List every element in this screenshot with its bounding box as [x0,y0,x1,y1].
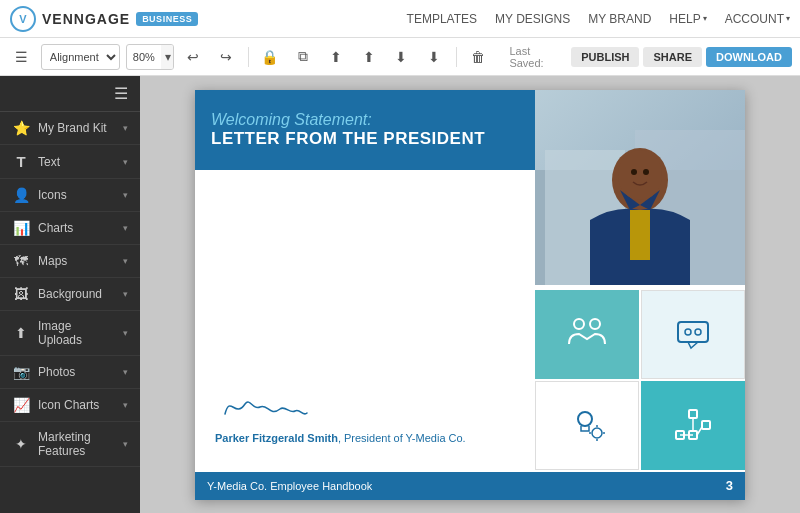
sidebar-item-icons[interactable]: 👤 Icons ▾ [0,179,140,212]
main-layout: ☰ ⭐ My Brand Kit ▾ T Text ▾ 👤 Icons ▾ 📊 … [0,76,800,513]
divider2 [456,47,457,67]
move-down-button[interactable]: ⬇ [388,43,415,71]
network-icon [673,405,713,445]
person-background [535,90,745,285]
nav-help[interactable]: HELP ▾ [669,12,706,26]
sidebar-item-photos[interactable]: 📷 Photos ▾ [0,356,140,389]
publish-button[interactable]: PUBLISH [571,47,639,67]
account-caret-icon: ▾ [786,14,790,23]
svg-rect-22 [702,421,710,429]
sidebar-item-image-uploads[interactable]: ⬆ Image Uploads ▾ [0,311,140,356]
sidebar-toggle-button[interactable]: ☰ [8,43,35,71]
canvas-area[interactable]: Welcoming Statement: LETTER FROM THE PRE… [140,76,800,513]
copy-button[interactable]: ⧉ [289,43,316,71]
photos-icon: 📷 [12,364,30,380]
zoom-down-icon[interactable]: ▾ [161,45,174,69]
svg-rect-20 [689,410,697,418]
last-saved-label: Last Saved: [509,45,565,69]
svg-point-13 [695,329,701,335]
toolbar-actions: PUBLISH SHARE DOWNLOAD [571,47,792,67]
sidebar-label-icons: Icons [38,188,115,202]
help-caret-icon: ▾ [703,14,707,23]
move-up-button[interactable]: ⬆ [322,43,349,71]
marketing-icon: ✦ [12,436,30,452]
icons-icon: 👤 [12,187,30,203]
svg-point-9 [574,319,584,329]
svg-point-12 [685,329,691,335]
people-handshake-icon [567,314,607,354]
charts-caret-icon: ▾ [123,223,128,233]
bulb-gear-icon [567,405,607,445]
logo-area: V VENNGAGE BUSINESS [10,6,198,32]
move-top-button[interactable]: ⬆ [355,43,382,71]
svg-point-10 [590,319,600,329]
sidebar-item-marketing[interactable]: ✦ Marketing Features ▾ [0,422,140,467]
svg-point-7 [631,169,637,175]
sidebar-label-image-uploads: Image Uploads [38,319,115,347]
svg-point-8 [643,169,649,175]
sidebar-item-background[interactable]: 🖼 Background ▾ [0,278,140,311]
brand-kit-icon: ⭐ [12,120,30,136]
undo-button[interactable]: ↩ [180,43,207,71]
sidebar-item-brand-kit[interactable]: ⭐ My Brand Kit ▾ [0,112,140,145]
doc-footer-text: Y-Media Co. Employee Handbook [207,480,372,492]
svg-point-15 [592,428,602,438]
signature-name: Parker Fitzgerald Smith, President of Y-… [215,432,466,444]
sidebar-label-icon-charts: Icon Charts [38,398,115,412]
svg-rect-11 [678,322,708,342]
top-nav: V VENNGAGE BUSINESS TEMPLATES MY DESIGNS… [0,0,800,38]
sidebar-item-text[interactable]: T Text ▾ [0,145,140,179]
grid-cell-chat [641,290,745,379]
svg-rect-5 [630,210,650,260]
document-canvas[interactable]: Welcoming Statement: LETTER FROM THE PRE… [195,90,745,500]
sidebar-label-photos: Photos [38,365,115,379]
signature-svg [215,389,315,424]
doc-photo [535,90,745,285]
sidebar-header: ☰ [0,76,140,112]
doc-footer-page: 3 [726,478,733,493]
doc-header: Welcoming Statement: LETTER FROM THE PRE… [195,90,535,170]
doc-icon-grid [535,290,745,470]
share-button[interactable]: SHARE [643,47,702,67]
business-badge: BUSINESS [136,12,198,26]
image-uploads-icon: ⬆ [12,325,30,341]
divider [248,47,249,67]
download-button[interactable]: DOWNLOAD [706,47,792,67]
grid-cell-people [535,290,639,379]
delete-button[interactable]: 🗑 [465,43,492,71]
nav-links: TEMPLATES MY DESIGNS MY BRAND HELP ▾ ACC… [407,12,790,26]
icon-charts-icon: 📈 [12,397,30,413]
zoom-control[interactable]: 80% ▾ [126,44,174,70]
lock-button[interactable]: 🔒 [257,43,284,71]
logo-icon: V [10,6,36,32]
doc-title-line2: LETTER FROM THE PRESIDENT [211,129,519,149]
sidebar: ☰ ⭐ My Brand Kit ▾ T Text ▾ 👤 Icons ▾ 📊 … [0,76,140,513]
maps-caret-icon: ▾ [123,256,128,266]
chat-icon [673,314,713,354]
brand-kit-caret-icon: ▾ [123,123,128,133]
grid-cell-network [641,381,745,470]
icon-charts-caret-icon: ▾ [123,400,128,410]
sidebar-label-text: Text [38,155,115,169]
nav-account[interactable]: ACCOUNT ▾ [725,12,790,26]
nav-my-brand[interactable]: MY BRAND [588,12,651,26]
doc-title-line1: Welcoming Statement: [211,111,519,129]
photos-caret-icon: ▾ [123,367,128,377]
sidebar-item-icon-charts[interactable]: 📈 Icon Charts ▾ [0,389,140,422]
move-bottom-button[interactable]: ⬇ [421,43,448,71]
hamburger-icon[interactable]: ☰ [114,84,128,103]
background-icon: 🖼 [12,286,30,302]
nav-my-designs[interactable]: MY DESIGNS [495,12,570,26]
redo-button[interactable]: ↪ [213,43,240,71]
background-caret-icon: ▾ [123,289,128,299]
logo-text: VENNGAGE [42,11,130,27]
sidebar-item-charts[interactable]: 📊 Charts ▾ [0,212,140,245]
nav-templates[interactable]: TEMPLATES [407,12,477,26]
alignment-select[interactable]: Alignment [41,44,120,70]
sidebar-label-charts: Charts [38,221,115,235]
svg-point-6 [618,150,662,200]
sidebar-item-maps[interactable]: 🗺 Maps ▾ [0,245,140,278]
person-illustration [535,90,745,285]
icons-caret-icon: ▾ [123,190,128,200]
svg-point-14 [578,412,592,426]
